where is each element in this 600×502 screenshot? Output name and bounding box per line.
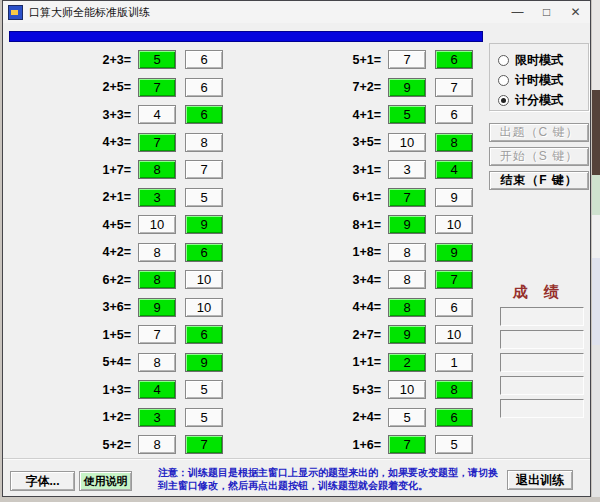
maximize-button[interactable]: □ xyxy=(532,1,561,23)
answer-button[interactable]: 7 xyxy=(138,325,176,344)
problem-label: 4+4= xyxy=(319,300,385,314)
answer-button[interactable]: 9 xyxy=(388,325,426,344)
answer-button[interactable]: 7 xyxy=(185,435,223,454)
answer-button[interactable]: 8 xyxy=(138,243,176,262)
font-button[interactable]: 字体... xyxy=(10,471,75,491)
mode-label: 计时模式 xyxy=(515,72,563,89)
answer-button[interactable]: 9 xyxy=(388,215,426,234)
answer-button[interactable]: 9 xyxy=(388,78,426,97)
answer-button[interactable]: 8 xyxy=(435,380,473,399)
answer-button[interactable]: 7 xyxy=(138,78,176,97)
radio-icon xyxy=(498,75,509,86)
answer-button[interactable]: 9 xyxy=(435,243,473,262)
answer-button[interactable]: 6 xyxy=(185,325,223,344)
mode-option[interactable]: 限时模式 xyxy=(498,51,588,70)
problem-row: 1+7=87 xyxy=(69,156,304,184)
answer-button[interactable]: 7 xyxy=(138,133,176,152)
answer-button[interactable]: 10 xyxy=(388,380,426,399)
problem-row: 2+1=35 xyxy=(69,184,304,212)
answer-button[interactable]: 3 xyxy=(138,188,176,207)
problem-label: 2+4= xyxy=(319,410,385,424)
answer-button[interactable]: 6 xyxy=(435,298,473,317)
finish-button[interactable]: 结束（F 键） xyxy=(489,171,589,190)
exit-button[interactable]: 退出训练 xyxy=(507,470,573,490)
problem-label: 1+8= xyxy=(319,245,385,259)
help-button[interactable]: 使用说明 xyxy=(79,471,132,491)
problem-label: 2+3= xyxy=(69,53,135,67)
answer-button[interactable]: 10 xyxy=(388,133,426,152)
problem-label: 1+5= xyxy=(69,328,135,342)
answer-button[interactable]: 9 xyxy=(138,298,176,317)
bottom-divider xyxy=(3,458,590,460)
minimize-button[interactable]: — xyxy=(503,1,532,23)
answer-button[interactable]: 4 xyxy=(435,160,473,179)
answer-button[interactable]: 10 xyxy=(185,298,223,317)
answer-button[interactable]: 6 xyxy=(185,78,223,97)
mode-option[interactable]: 计时模式 xyxy=(498,71,588,90)
answer-button[interactable]: 7 xyxy=(388,435,426,454)
problem-label: 4+3= xyxy=(69,135,135,149)
answer-button[interactable]: 6 xyxy=(435,50,473,69)
problem-row: 2+3=56 xyxy=(69,46,304,74)
action-buttons: 出题（C 键）开始（S 键）结束（F 键） xyxy=(489,123,589,190)
problem-row: 4+3=78 xyxy=(69,129,304,157)
answer-button[interactable]: 4 xyxy=(138,105,176,124)
problem-label: 3+1= xyxy=(319,163,385,177)
problem-label: 1+7= xyxy=(69,163,135,177)
answer-button[interactable]: 8 xyxy=(185,133,223,152)
problem-label: 4+1= xyxy=(319,108,385,122)
answer-button[interactable]: 10 xyxy=(435,215,473,234)
answer-button[interactable]: 5 xyxy=(185,188,223,207)
answer-button[interactable]: 1 xyxy=(435,353,473,372)
answer-button[interactable]: 8 xyxy=(138,353,176,372)
answer-button[interactable]: 2 xyxy=(388,353,426,372)
answer-button[interactable]: 8 xyxy=(138,270,176,289)
answer-button[interactable]: 7 xyxy=(435,78,473,97)
answer-button[interactable]: 8 xyxy=(388,270,426,289)
answer-button[interactable]: 8 xyxy=(138,435,176,454)
answer-button[interactable]: 6 xyxy=(435,105,473,124)
close-button[interactable]: ✕ xyxy=(561,1,590,23)
start-button[interactable]: 开始（S 键） xyxy=(489,147,589,166)
window-title: 口算大师全能标准版训练 xyxy=(29,5,503,20)
score-field xyxy=(500,353,584,372)
answer-button[interactable]: 9 xyxy=(185,215,223,234)
answer-button[interactable]: 8 xyxy=(138,160,176,179)
problem-row: 6+2=810 xyxy=(69,266,304,294)
answer-button[interactable]: 10 xyxy=(435,325,473,344)
answer-button[interactable]: 5 xyxy=(435,435,473,454)
answer-button[interactable]: 6 xyxy=(435,408,473,427)
radio-icon xyxy=(498,55,509,66)
answer-button[interactable]: 7 xyxy=(388,50,426,69)
answer-button[interactable]: 10 xyxy=(185,270,223,289)
answer-button[interactable]: 7 xyxy=(185,160,223,179)
answer-button[interactable]: 4 xyxy=(138,380,176,399)
answer-button[interactable]: 5 xyxy=(388,408,426,427)
answer-button[interactable]: 8 xyxy=(388,243,426,262)
problem-label: 3+4= xyxy=(319,273,385,287)
answer-button[interactable]: 3 xyxy=(138,408,176,427)
answer-button[interactable]: 9 xyxy=(185,353,223,372)
answer-button[interactable]: 8 xyxy=(388,298,426,317)
problem-label: 5+2= xyxy=(69,438,135,452)
mode-option[interactable]: 计分模式 xyxy=(498,91,588,110)
answer-button[interactable]: 6 xyxy=(185,243,223,262)
answer-button[interactable]: 6 xyxy=(185,105,223,124)
answer-button[interactable]: 5 xyxy=(185,408,223,427)
answer-button[interactable]: 8 xyxy=(435,133,473,152)
problem-label: 3+6= xyxy=(69,300,135,314)
titlebar: 口算大师全能标准版训练 — □ ✕ xyxy=(3,1,590,23)
problem-label: 6+2= xyxy=(69,273,135,287)
answer-button[interactable]: 9 xyxy=(435,188,473,207)
answer-button[interactable]: 10 xyxy=(138,215,176,234)
answer-button[interactable]: 7 xyxy=(388,188,426,207)
answer-button[interactable]: 7 xyxy=(435,270,473,289)
answer-button[interactable]: 5 xyxy=(388,105,426,124)
answer-button[interactable]: 3 xyxy=(388,160,426,179)
score-field xyxy=(500,399,584,418)
answer-button[interactable]: 6 xyxy=(185,50,223,69)
answer-button[interactable]: 5 xyxy=(138,50,176,69)
answer-button[interactable]: 5 xyxy=(185,380,223,399)
problem-label: 6+1= xyxy=(319,190,385,204)
generate-questions-button[interactable]: 出题（C 键） xyxy=(489,123,589,142)
